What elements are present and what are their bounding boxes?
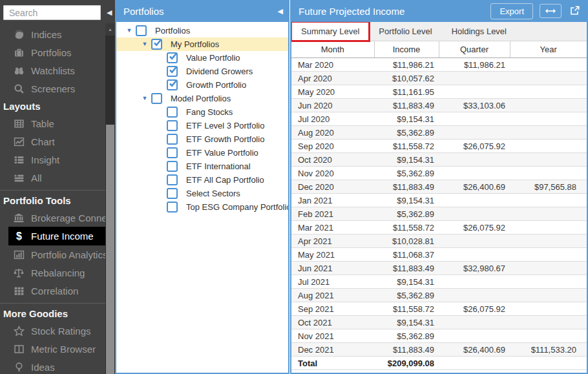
sidebar-item-label: Metric Browser [31,344,96,355]
cell-month: Mar 2021 [291,221,374,234]
checkbox[interactable] [167,174,178,185]
column-header-income[interactable]: Income [374,41,439,58]
checkbox-checked[interactable] [167,52,178,63]
sidebar-item-future-income[interactable]: $ Future Income [8,227,105,245]
tree-item-top-esg-company-portfolio[interactable]: Top ESG Company Portfolio [116,200,288,214]
cell-quarter [439,248,510,262]
scrollbar-thumb[interactable] [106,125,114,374]
table-row: Jul 2021$9,154.31 [291,275,587,289]
tree-item-select-sectors[interactable]: Select Sectors [116,187,288,200]
column-header-month[interactable]: Month [291,41,374,58]
tree-item-model-portfolios[interactable]: ▼ Model Portfolios [116,92,288,105]
cell-month: Jun 2020 [291,99,374,112]
tree-item-my-portfolios[interactable]: ▼ My Portfolios [116,37,288,51]
sidebar-item-all[interactable]: All [0,169,105,187]
tree-item-growth-portfolio[interactable]: Growth Portfolio [116,78,288,92]
sidebar-item-chart[interactable]: Chart [0,132,105,151]
portfolios-panel-title: Portfolios [115,6,278,17]
tree-item-etf-international[interactable]: ETF International [116,160,288,173]
tab-portfolio-level[interactable]: Portfolio Level [369,22,441,41]
cell-year [510,248,587,262]
chevron-down-icon[interactable]: ▼ [138,41,151,47]
grid-icon [12,286,25,296]
collapse-left-icon[interactable]: ◀ [278,8,289,15]
tree-item-portfolios[interactable]: ▼ Portfolios [116,24,288,37]
table-row: Nov 2020$5,362.89 [291,167,587,180]
sidebar-item-watchlists[interactable]: Watchlists [0,61,105,79]
cell-month: Jul 2020 [291,112,374,126]
table-row: Aug 2020$5,362.89 [291,126,587,140]
tree-item-label: ETF Value Portfolio [186,148,258,158]
cell-quarter [439,72,510,85]
scrollbar-up-icon[interactable]: ▲ [105,23,115,36]
chevron-down-icon[interactable]: ▼ [138,96,151,101]
sidebar-item-metric-browser[interactable]: Metric Browser [0,340,105,358]
table-row: Mar 2021$11,558.72$26,075.92 [291,221,587,234]
cell-year [510,234,587,248]
table-row: Dec 2021$11,883.49$26,400.69$111,533.20 [291,343,587,357]
cell-income: $9,154.31 [374,194,439,207]
chevron-down-icon[interactable]: ▼ [123,28,136,34]
cell-income: $11,883.49 [374,343,439,357]
sidebar-item-screeners[interactable]: Screeners [0,79,105,98]
checkbox-checked[interactable] [151,39,162,50]
checkbox[interactable] [167,147,178,158]
sidebar-item-portfolio-analytics[interactable]: Portfolio Analytics [0,245,105,264]
tree-item-fang-stocks[interactable]: Fang Stocks [116,105,288,119]
open-external-icon[interactable] [569,4,580,19]
cell-quarter [439,112,510,126]
sidebar-item-stock-ratings[interactable]: Stock Ratings [0,322,105,340]
cell-month: Aug 2021 [291,289,374,302]
checkbox[interactable] [167,202,178,213]
table-row: Jun 2020$11,883.49$33,103.06 [291,99,587,112]
column-header-quarter[interactable]: Quarter [439,41,510,58]
sidebar-item-ideas[interactable]: Ideas [0,358,105,374]
checkbox-checked[interactable] [167,79,178,90]
checkbox[interactable] [167,161,178,172]
sidebar-item-label: Ideas [31,362,55,373]
checkbox[interactable] [167,134,178,145]
cell-year [510,112,587,126]
cell-quarter [439,153,510,167]
income-panel-header: Future Projected Income Export [290,0,588,22]
checkbox[interactable] [167,188,178,199]
tab-summary-level[interactable]: Summary Level [291,22,369,41]
column-header-year[interactable]: Year [510,41,587,58]
sidebar-item-correlation[interactable]: Correlation [0,282,105,300]
tree-item-etf-level-3-portfolio[interactable]: ETF Level 3 Portfolio [116,119,288,132]
star-icon [12,326,25,337]
resize-horizontal-icon[interactable] [540,4,562,18]
cell-quarter [439,289,510,302]
tree-item-dividend-growers[interactable]: Dividend Growers [116,65,288,78]
tab-holdings-level[interactable]: Holdings Level [442,22,516,41]
cell-quarter: $26,400.69 [439,343,510,357]
sidebar-item-indices[interactable]: Indices [0,25,105,43]
sidebar-item-brokerage-connect[interactable]: Brokerage Connect [0,209,105,227]
tree-item-etf-all-cap-portfolio[interactable]: ETF All Cap Portfolio [116,173,288,187]
tree-item-value-portfolio[interactable]: Value Portfolio [116,51,288,65]
search-input[interactable] [3,5,101,20]
tree-item-label: Dividend Growers [186,67,253,76]
cell-month: Dec 2021 [291,343,374,357]
portfolios-panel: Portfolios ◀ ▼ Portfolios ▼ My Portfolio… [115,0,289,374]
checkbox-checked[interactable] [167,66,178,77]
collapse-left-icon[interactable]: ◀ [107,9,112,16]
tree-item-label: Growth Portfolio [186,80,246,90]
sidebar-item-rebalancing[interactable]: Rebalancing [0,264,105,282]
checkbox[interactable] [167,107,178,118]
sidebar-item-portfolios[interactable]: Portfolios [0,43,105,61]
cell-income: $11,883.49 [374,262,439,275]
cell-income: $11,986.21 [374,58,439,72]
tree-item-etf-value-portfolio[interactable]: ETF Value Portfolio [116,146,288,160]
checkbox[interactable] [136,25,147,36]
checkbox[interactable] [151,93,162,104]
tree-item-etf-growth-portfolio[interactable]: ETF Growth Portfolio [116,132,288,146]
export-button[interactable]: Export [490,3,533,19]
sidebar-item-table[interactable]: Table [0,114,105,132]
sidebar-item-insight[interactable]: Insight [0,151,105,169]
sidebar-scrollbar[interactable]: ▲ [105,23,115,374]
cell-year [510,99,587,112]
cell-year [510,140,587,153]
cell-quarter [439,194,510,207]
checkbox[interactable] [167,120,178,131]
